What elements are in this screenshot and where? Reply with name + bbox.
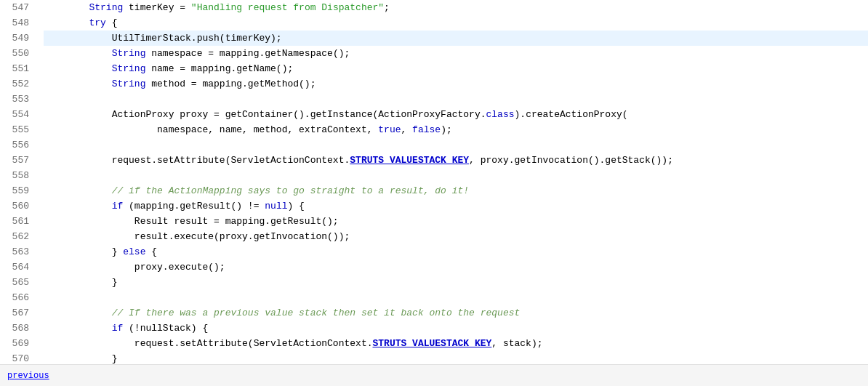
plain-token: } — [112, 351, 118, 364]
plain-token: namespace = mapping.getNamespace(); — [145, 46, 350, 61]
plain-token — [44, 61, 112, 76]
plain-token: ) { — [288, 198, 305, 214]
plain-token: method = mapping.getMethod(); — [145, 76, 316, 92]
plain-token — [44, 244, 112, 260]
code-line: request.setAttribute(ServletActionContex… — [44, 153, 868, 168]
keyword-token: try — [89, 15, 105, 31]
code-line: try { — [44, 15, 868, 31]
plain-token — [44, 0, 89, 15]
plain-token: , stack); — [491, 336, 542, 351]
plain-token: { — [145, 244, 157, 260]
line-number: 547 — [0, 0, 38, 15]
line-number: 555 — [0, 122, 38, 137]
plain-token: request.setAttribute(ServletActionContex… — [134, 336, 373, 351]
comment-token: // If there was a previous value stack t… — [112, 305, 521, 321]
code-line: result.execute(proxy.getInvocation()); — [44, 229, 868, 244]
keyword-token: if — [112, 198, 124, 214]
bottom-bar: previous — [0, 364, 868, 386]
line-number: 550 — [0, 46, 38, 61]
plain-token: , — [401, 122, 413, 137]
line-number: 562 — [0, 229, 38, 244]
line-number: 570 — [0, 351, 38, 364]
keyword-token: String — [112, 76, 146, 92]
string-token: "Handling request from Dispatcher" — [191, 0, 384, 15]
plain-token — [44, 183, 112, 198]
plain-token: ActionProxy proxy = getContainer().getIn… — [112, 107, 486, 122]
code-content[interactable]: String timerKey = "Handling request from… — [38, 0, 868, 364]
keyword-token: String — [89, 0, 123, 15]
plain-token: request.setAttribute(ServletActionContex… — [112, 153, 350, 168]
plain-token: ).createActionProxy( — [515, 107, 628, 122]
code-line: String timerKey = "Handling request from… — [44, 0, 868, 15]
plain-token — [44, 351, 112, 364]
line-number: 565 — [0, 275, 38, 290]
code-line: } — [44, 351, 868, 364]
line-number: 548 — [0, 15, 38, 31]
plain-token — [44, 214, 134, 229]
code-line: if (!nullStack) { — [44, 321, 868, 336]
code-line — [44, 92, 868, 107]
link-bold-token[interactable]: STRUTS_VALUESTACK_KEY — [350, 153, 469, 168]
line-number: 563 — [0, 244, 38, 260]
previous-label[interactable]: previous — [7, 371, 49, 381]
plain-token: (!nullStack) { — [123, 321, 208, 336]
keyword-token: true — [378, 122, 401, 137]
line-number: 553 — [0, 92, 38, 107]
code-line: String name = mapping.getName(); — [44, 61, 868, 76]
plain-token: timerKey = — [123, 0, 191, 15]
line-number: 568 — [0, 321, 38, 336]
plain-token — [44, 107, 112, 122]
code-line: String method = mapping.getMethod(); — [44, 76, 868, 92]
plain-token: ; — [384, 0, 390, 15]
plain-token: Result result = mapping.getResult(); — [134, 214, 339, 229]
line-number: 554 — [0, 107, 38, 122]
plain-token — [44, 15, 89, 31]
plain-token — [44, 46, 112, 61]
line-number: 552 — [0, 76, 38, 92]
line-number: 559 — [0, 183, 38, 198]
comment-token: // if the ActionMapping says to go strai… — [112, 183, 469, 198]
code-line: request.setAttribute(ServletActionContex… — [44, 336, 868, 351]
keyword-token: class — [486, 107, 515, 122]
plain-token — [44, 260, 134, 275]
code-line: proxy.execute(); — [44, 260, 868, 275]
plain-token — [44, 198, 112, 214]
keyword-token: null — [265, 198, 287, 214]
code-line: // if the ActionMapping says to go strai… — [44, 183, 868, 198]
plain-token: namespace, name, method, extraContext, — [157, 122, 378, 137]
plain-token: { — [106, 15, 118, 31]
code-line: UtilTimerStack.push(timerKey); — [44, 31, 868, 46]
code-line: } — [44, 275, 868, 290]
plain-token: (mapping.getResult() != — [123, 198, 265, 214]
plain-token — [44, 76, 112, 92]
code-line — [44, 168, 868, 183]
code-line: Result result = mapping.getResult(); — [44, 214, 868, 229]
line-number: 566 — [0, 290, 38, 305]
line-numbers: 5475485495505515525535545555565575585595… — [0, 0, 38, 364]
plain-token — [44, 229, 134, 244]
line-number: 567 — [0, 305, 38, 321]
keyword-token: false — [412, 122, 441, 137]
link-bold-token[interactable]: STRUTS_VALUESTACK_KEY — [372, 336, 491, 351]
code-line: // If there was a previous value stack t… — [44, 305, 868, 321]
line-number: 564 — [0, 260, 38, 275]
plain-token — [44, 305, 112, 321]
line-number: 560 — [0, 198, 38, 214]
plain-token: result.execute(proxy.getInvocation()); — [134, 229, 350, 244]
line-number: 561 — [0, 214, 38, 229]
code-line: } else { — [44, 244, 868, 260]
code-line — [44, 137, 868, 153]
keyword-token: String — [112, 46, 146, 61]
plain-token — [44, 122, 157, 137]
keyword-token: if — [112, 321, 124, 336]
plain-token: } — [112, 244, 124, 260]
plain-token: name = mapping.getName(); — [145, 61, 293, 76]
line-number: 557 — [0, 153, 38, 168]
plain-token — [44, 31, 112, 46]
code-line: if (mapping.getResult() != null) { — [44, 198, 868, 214]
line-number: 556 — [0, 137, 38, 153]
code-editor: 5475485495505515525535545555565575585595… — [0, 0, 868, 386]
code-line: ActionProxy proxy = getContainer().getIn… — [44, 107, 868, 122]
line-number: 549 — [0, 31, 38, 46]
plain-token — [44, 275, 112, 290]
